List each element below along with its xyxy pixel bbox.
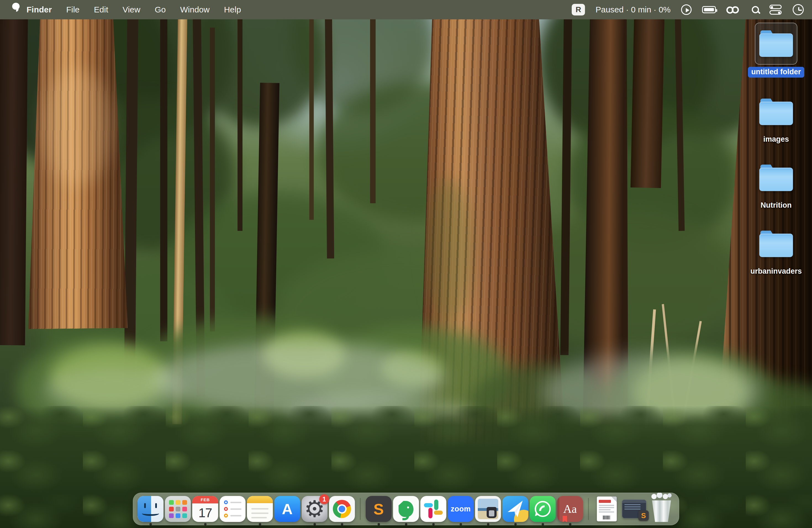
dock-item-zoom[interactable]: zoom [448,496,474,522]
app-store-icon: A [274,496,300,522]
folder-icon [759,231,793,257]
notes-icon [247,496,273,522]
dock-item-trash[interactable] [649,496,675,522]
folder-label: Nutrition [760,201,792,210]
running-indicator [259,523,261,526]
finder-icon [137,496,163,522]
search-icon[interactable] [752,6,759,13]
dock-item-dictionary[interactable]: Aa [557,496,583,522]
tree-trunk [370,10,376,203]
menu-bar: Finder File Edit View Go Window Help R P… [0,0,812,19]
menu-edit[interactable]: Edit [94,5,108,14]
calendar-icon: FEB 17 [192,496,218,522]
running-indicator [460,523,462,526]
running-indicator [204,523,207,526]
folder-label: urbaninvaders [750,267,802,276]
recorder-status-text[interactable]: Paused · 0 min · 0% [595,5,671,14]
wallpaper [0,0,812,528]
pdf-document-icon [597,497,617,522]
desktop-folder-images[interactable]: images [752,91,800,144]
menu-window[interactable]: Window [180,5,209,14]
folder-icon [759,99,793,125]
running-indicator [432,523,435,526]
menu-file[interactable]: File [66,5,79,14]
running-indicator [405,523,407,526]
notification-badge: 1 [319,494,329,504]
running-indicator [149,523,152,526]
link-icon[interactable] [726,4,742,15]
trash-icon [649,496,675,522]
sunlight-glow [41,69,113,185]
dictionary-icon: Aa [557,496,583,522]
menu-view[interactable]: View [122,5,140,14]
folder-icon [759,30,793,57]
dock-item-app-store[interactable]: A [274,496,300,522]
running-indicator [514,523,517,526]
desktop-folder-urbaninvaders[interactable]: urbaninvaders [752,223,800,276]
running-indicator [541,523,544,526]
evernote-icon [393,496,419,522]
folder-icon [759,165,793,191]
dock-item-reminders[interactable] [220,496,246,522]
dock-item-whatsapp[interactable] [530,496,556,522]
dock: FEB 17 A ⚙ 1 [133,493,679,525]
desktop-folder-nutrition[interactable]: Nutrition [752,157,800,210]
desktop-folder-untitled[interactable]: untitled folder [752,23,800,78]
sublime-badge-icon: S [638,510,649,521]
tree-trunk [237,10,243,231]
tree-trunk [309,10,314,220]
launchpad-icon [165,496,191,522]
menu-help[interactable]: Help [224,5,241,14]
reminders-icon [220,496,246,522]
control-center-icon[interactable] [769,4,782,15]
dock-divider [360,498,361,520]
folder-label: untitled folder [748,67,804,78]
dock-item-finder[interactable] [137,496,163,522]
play-icon[interactable] [681,4,692,15]
running-indicator [314,523,316,526]
sublime-text-icon: S [366,496,392,522]
dock-item-sublime-text[interactable]: S [366,496,392,522]
running-indicator [378,523,380,526]
menu-finder[interactable]: Finder [27,5,52,14]
dock-item-calendar[interactable]: FEB 17 [192,496,218,522]
running-indicator [487,523,489,526]
running-indicator [341,523,343,526]
desktop-icons: untitled folder images Nutrition urbanin… [752,23,800,276]
dock-item-evernote[interactable] [393,496,419,522]
tree-trunk [630,0,665,188]
calendar-month: FEB [192,496,218,503]
dock-item-system-settings[interactable]: ⚙ 1 [302,496,328,522]
dock-item-spark-mail[interactable] [503,496,528,522]
tree-trunk [0,0,28,345]
dock-item-chrome[interactable] [329,496,355,522]
desktop-screen: Finder File Edit View Go Window Help R P… [0,0,812,528]
menu-go[interactable]: Go [155,5,166,14]
slack-icon [420,496,446,522]
whatsapp-icon [530,496,556,522]
dock-item-minimized-window[interactable]: S [621,496,647,522]
tree-trunk [210,28,215,332]
dock-item-launchpad[interactable] [165,496,191,522]
clock-icon[interactable] [793,4,804,15]
running-indicator [569,523,571,526]
zoom-icon: zoom [448,496,474,522]
calendar-day: 17 [198,503,212,522]
selection-highlight [755,23,797,64]
dock-item-slack[interactable] [420,496,446,522]
chrome-icon [329,496,355,522]
moss-patch [425,179,472,323]
photo-booth-icon [475,496,501,522]
dock-item-photo-booth[interactable] [475,496,501,522]
dock-item-notes[interactable] [247,496,273,522]
minimized-window-icon: S [622,500,646,518]
tree-trunk [160,10,168,341]
recorder-chip[interactable]: R [572,4,585,15]
dock-item-pdf-document[interactable] [594,496,620,522]
battery-icon[interactable] [702,6,716,13]
spark-mail-icon [503,496,528,522]
dock-divider [588,498,589,520]
folder-label: images [763,135,789,144]
